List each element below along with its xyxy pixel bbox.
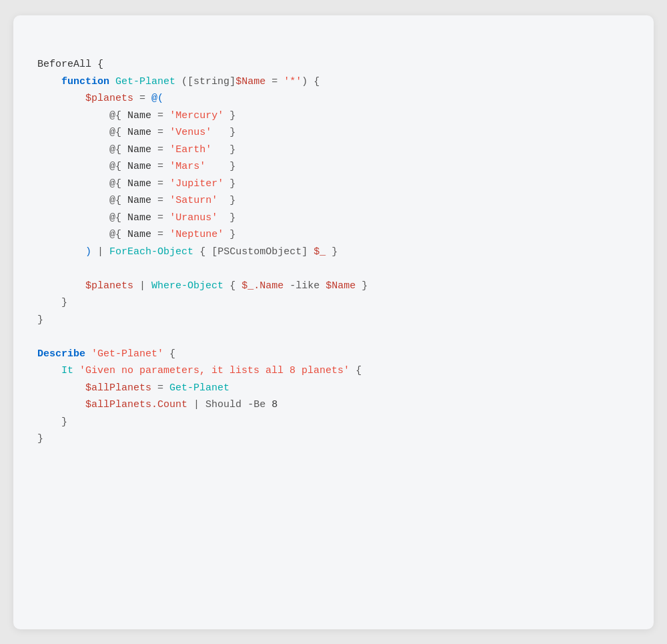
line-12: ) | ForEach-Object { [PSCustomObject] $_… (37, 246, 338, 258)
line-9: @{ Name = 'Saturn' } (37, 195, 235, 206)
line-5: @{ Name = 'Venus' } (37, 127, 235, 138)
line-18: Describe 'Get-Planet' { (37, 348, 175, 360)
line-23: } (37, 433, 43, 444)
line-10: @{ Name = 'Uranus' } (37, 212, 235, 224)
line-7: @{ Name = 'Mars' } (37, 161, 235, 172)
line-6: @{ Name = 'Earth' } (37, 144, 235, 155)
line-4: @{ Name = 'Mercury' } (37, 110, 235, 121)
line-19: It 'Given no parameters, it lists all 8 … (37, 365, 362, 376)
line-22: } (37, 416, 67, 428)
line-3: $planets = @( (37, 93, 163, 104)
line-2: function Get-Planet ([string]$Name = '*'… (37, 76, 319, 87)
line-11: @{ Name = 'Neptune' } (37, 229, 235, 240)
line-14: $planets | Where-Object { $_.Name -like … (37, 280, 368, 292)
line-15: } (37, 297, 67, 308)
line-1: BeforeAll { (37, 59, 103, 70)
line-8: @{ Name = 'Jupiter' } (37, 178, 235, 190)
code-block: BeforeAll { function Get-Planet ([string… (37, 39, 624, 465)
line-21: $allPlanets.Count | Should -Be 8 (37, 399, 277, 410)
line-20: $allPlanets = Get-Planet (37, 382, 229, 394)
code-container: BeforeAll { function Get-Planet ([string… (13, 15, 654, 629)
line-16: } (37, 314, 43, 326)
